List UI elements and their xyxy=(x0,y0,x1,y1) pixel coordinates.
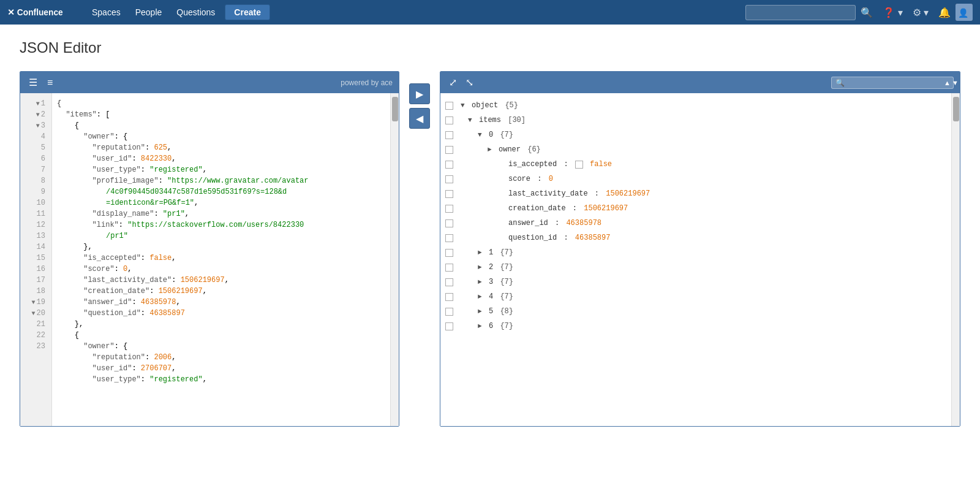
fold-19[interactable]: ▼ xyxy=(32,299,36,306)
checkbox-4[interactable] xyxy=(445,293,453,301)
line-num-2: ▼2 xyxy=(24,109,48,120)
bool-checkbox-is-accepted[interactable] xyxy=(575,161,583,169)
code-editor[interactable]: { "items": [ { "owner": { "reputation": … xyxy=(52,93,390,426)
svg-text:👤: 👤 xyxy=(958,8,969,18)
create-button[interactable]: Create xyxy=(225,4,270,20)
toggle-3[interactable]: ► xyxy=(478,278,486,286)
search-up-arrow[interactable]: ▲ xyxy=(944,79,951,86)
code-line-17: "question_id": 46385897 xyxy=(57,308,385,319)
nav-questions[interactable]: Questions xyxy=(169,0,222,25)
right-panel-body: ▼ object {5} ▼ items [30] xyxy=(440,93,960,426)
toggle-6[interactable]: ► xyxy=(478,322,486,330)
line-num-4: 4 xyxy=(24,131,48,142)
list-icon-button[interactable]: ☰ xyxy=(26,75,40,90)
toggle-items[interactable]: ▼ xyxy=(468,116,477,124)
left-scrollbar[interactable] xyxy=(390,93,399,426)
checkbox-5[interactable] xyxy=(445,308,453,316)
tree-row-4: ► 4 {7} xyxy=(440,289,951,304)
tree-row-last-activity: last_activity_date : 1506219697 xyxy=(440,186,951,201)
right-scrollbar-thumb[interactable] xyxy=(953,97,959,121)
checkbox-question-id[interactable] xyxy=(445,234,453,242)
confluence-logo[interactable]: ✕ Confluence xyxy=(7,6,75,19)
expand-icon-button[interactable]: ⤢ xyxy=(447,75,459,90)
code-line-8: "profile_image": "https://www.gravatar.c… xyxy=(57,175,385,186)
right-search-input[interactable] xyxy=(848,78,940,87)
settings-icon-button[interactable]: ⚙ ▾ xyxy=(908,4,933,21)
toggle-0[interactable]: ▼ xyxy=(478,131,486,139)
code-line-15: "creation_date": 1506219697, xyxy=(57,286,385,297)
toggle-4[interactable]: ► xyxy=(478,293,486,300)
checkbox-is-accepted[interactable] xyxy=(445,161,453,169)
key-0: 0 xyxy=(489,131,493,139)
toggle-1[interactable]: ► xyxy=(478,249,486,256)
code-line-7: "user_type": "registered", xyxy=(57,164,385,175)
checkbox-6[interactable] xyxy=(445,322,453,330)
play-button[interactable]: ▶ xyxy=(409,83,430,104)
fold-3[interactable]: ▼ xyxy=(36,123,40,129)
user-avatar[interactable]: 👤 xyxy=(956,4,973,21)
back-button[interactable]: ◀ xyxy=(409,108,430,129)
nav-spaces[interactable]: Spaces xyxy=(85,0,128,25)
tree-row-object: ▼ object {5} xyxy=(440,98,951,113)
tree-row-5: ► 5 {8} xyxy=(440,304,951,319)
fold-2[interactable]: ▼ xyxy=(36,112,40,118)
key-1: 1 xyxy=(489,248,493,257)
type-1: {7} xyxy=(496,248,513,257)
navbar: ✕ Confluence Spaces People Questions Cre… xyxy=(0,0,980,25)
right-scrollbar[interactable] xyxy=(951,93,960,426)
key-creation: creation_date xyxy=(508,204,566,213)
format-icon-button[interactable]: ≡ xyxy=(45,75,55,90)
line-num-8: 8 xyxy=(24,175,48,186)
line-num-16: 16 xyxy=(24,264,48,275)
checkbox-object[interactable] xyxy=(445,102,453,110)
search-icon-button[interactable]: 🔍 xyxy=(856,4,878,21)
checkbox-creation[interactable] xyxy=(445,205,453,213)
tree-area: ▼ object {5} ▼ items [30] xyxy=(440,93,951,426)
tree-row-1: ► 1 {7} xyxy=(440,245,951,260)
fold-1[interactable]: ▼ xyxy=(36,101,40,107)
code-line-9: "display_name": "pr1", xyxy=(57,208,385,219)
checkbox-items[interactable] xyxy=(445,116,453,124)
type-owner: {6} xyxy=(523,145,541,154)
checkbox-2[interactable] xyxy=(445,264,453,272)
line-num-7: 7 xyxy=(24,164,48,175)
checkbox-score[interactable] xyxy=(445,175,453,183)
code-line-20: "owner": { xyxy=(57,341,385,352)
checkbox-0[interactable] xyxy=(445,131,453,139)
line-num-12: 12 xyxy=(24,219,48,230)
toggle-2[interactable]: ► xyxy=(478,264,486,271)
nav-search-input[interactable] xyxy=(745,5,856,20)
fold-20[interactable]: ▼ xyxy=(32,310,36,317)
collapse-icon-button[interactable]: ⤡ xyxy=(463,75,476,90)
checkbox-last-activity[interactable] xyxy=(445,190,453,198)
type-4: {7} xyxy=(496,292,513,301)
code-line-23: "user_type": "registered", xyxy=(57,374,385,385)
checkbox-3[interactable] xyxy=(445,278,453,286)
search-down-arrow[interactable]: ▼ xyxy=(952,79,959,86)
tree-row-score: score : 0 xyxy=(440,172,951,186)
tree-row-is-accepted: is_accepted : false xyxy=(440,157,951,172)
help-icon-button[interactable]: ❓ ▾ xyxy=(878,4,907,21)
left-scrollbar-thumb[interactable] xyxy=(392,97,398,121)
code-line-10: "link": "https://stackoverflow.com/users… xyxy=(57,219,385,230)
checkbox-1[interactable] xyxy=(445,249,453,257)
right-panel-header: ⤢ ⤡ 🔍 ▲ ▼ xyxy=(440,72,960,93)
right-header-icons: ⤢ ⤡ xyxy=(447,75,476,90)
checkbox-owner[interactable] xyxy=(445,146,453,154)
tree-row-6: ► 6 {7} xyxy=(440,319,951,333)
nav-people[interactable]: People xyxy=(128,0,170,25)
code-line-13: "score": 0, xyxy=(57,264,385,275)
type-object: {5} xyxy=(500,101,518,110)
code-line-11: }, xyxy=(57,242,385,253)
toggle-5[interactable]: ► xyxy=(478,308,486,315)
type-3: {7} xyxy=(496,278,513,286)
notifications-icon-button[interactable]: 🔔 xyxy=(933,4,956,21)
line-num-21: 21 xyxy=(24,319,48,330)
checkbox-answer-id[interactable] xyxy=(445,219,453,227)
val-is-accepted: false xyxy=(586,160,612,169)
code-line-1: { xyxy=(57,98,385,109)
key-object: object xyxy=(472,101,498,110)
tree-row-owner: ► owner {6} xyxy=(440,142,951,157)
toggle-object[interactable]: ▼ xyxy=(461,102,469,109)
toggle-owner[interactable]: ► xyxy=(488,146,496,153)
